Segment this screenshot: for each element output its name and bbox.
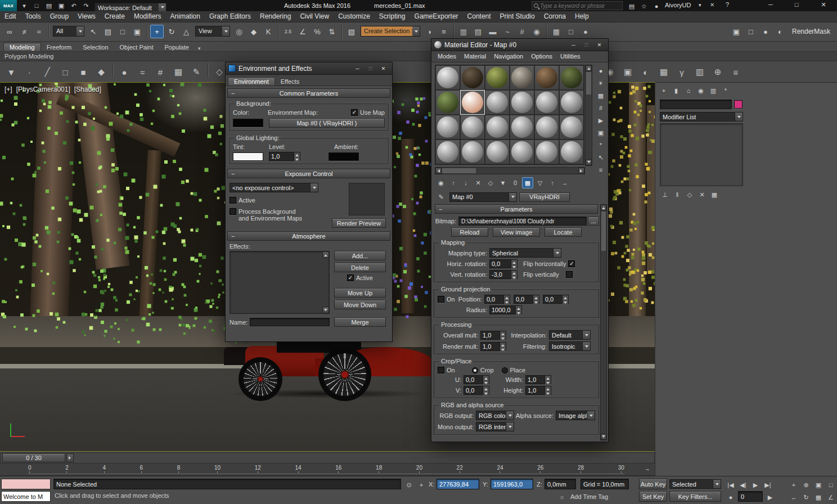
menu-item[interactable]: Rendering [255,11,295,22]
edge-subobject-icon[interactable]: ╱ [39,64,56,80]
modifier-stack[interactable] [660,123,743,186]
spinner-arrows-icon[interactable] [483,375,489,384]
tab-environment[interactable]: Environment [228,77,275,86]
close-button[interactable]: ✕ [377,64,389,73]
close-button[interactable]: ✕ [813,1,834,8]
put-to-scene-icon[interactable]: ↑ [448,177,459,188]
material-sample-slot[interactable] [559,90,584,115]
position-z-spinner[interactable]: 0,0 [543,295,569,304]
material-sample-slot[interactable] [510,90,534,115]
browse-bitmap-button[interactable]: ... [588,217,599,226]
object-color-swatch[interactable] [734,100,742,109]
spinner-arrows-icon[interactable] [545,375,551,384]
scroll-up-icon[interactable] [322,251,329,258]
go-to-parent-icon[interactable]: ↑ [547,177,558,188]
crop-radio[interactable] [472,367,478,374]
rollout-exposure-control[interactable]: Exposure Control [227,169,390,178]
menu-item[interactable]: Content [463,11,496,22]
rendermask-toolbar-icon-3[interactable]: ● [759,25,772,38]
absolute-offset-mode-icon[interactable]: + [416,479,427,490]
render-setup-icon[interactable]: ▦ [550,25,563,38]
z-coordinate-field[interactable]: 0,0mm [544,479,576,489]
scroll-left-icon[interactable] [435,168,442,174]
spinner-arrows-icon[interactable] [511,259,518,268]
time-tag-icon[interactable]: ○ [556,492,568,503]
select-and-manipulate-icon[interactable]: ◆ [247,25,260,38]
search-box[interactable] [532,1,623,10]
application-menu-icon[interactable]: ▾ [19,0,30,11]
max-logo[interactable]: MAX [0,0,17,11]
menu-item[interactable]: Utilities [556,51,584,62]
material-name-dropdown[interactable]: Map #0 [449,192,517,202]
ambient-color-swatch[interactable] [328,152,359,161]
previous-frame-button[interactable]: ◀| [737,479,749,490]
menu-item[interactable]: Navigation [490,51,527,62]
hierarchy-tab-icon[interactable]: ⌂ [683,85,694,96]
material-sample-slot[interactable] [534,90,559,115]
polygon-subobject-icon[interactable]: ■ [75,64,92,80]
environment-map-button[interactable]: Map #0 ( VRayHDRI ) [269,118,385,128]
spinner-arrows-icon[interactable] [500,342,506,351]
rendermask-toolbar-icon-1[interactable]: ▣ [730,25,743,38]
rgb-output-dropdown[interactable]: RGB color [476,411,514,420]
v-spinner[interactable]: 0,0 [464,386,489,395]
auto-key-button[interactable]: Auto Key [639,479,667,489]
spinner-arrows-icon[interactable] [500,331,506,340]
material-sample-slot[interactable] [510,115,534,140]
display-tab-icon[interactable]: ▥ [708,85,719,96]
spinner-arrows-icon[interactable] [294,152,300,161]
material-sample-slot[interactable] [485,65,510,90]
set-key-button[interactable]: Set Key [639,491,667,502]
selection-filter-dropdown[interactable]: All [53,26,84,37]
material-sample-slot[interactable] [510,140,534,164]
add-time-tag[interactable]: Add Time Tag [570,493,608,500]
minimize-button[interactable]: ─ [352,64,363,73]
user-menu-arrow-icon[interactable]: ▾ [699,2,701,8]
menu-item[interactable]: Print Studio [496,11,539,22]
mirror-icon[interactable]: ◑ [422,25,436,38]
material-sample-slot[interactable] [559,115,584,140]
make-unique-icon[interactable]: ◇ [684,189,695,200]
mini-curve-editor-icon[interactable]: ~ [642,464,653,475]
keyboard-shortcut-icon[interactable]: ▤ [626,1,637,12]
modeling-tool-icon-2[interactable]: ≈ [134,64,151,80]
select-object-icon[interactable]: ↖ [87,25,100,38]
mono-output-dropdown[interactable]: RGB intensi [476,422,514,431]
render-tool-icon-9[interactable]: ⊕ [709,64,726,80]
zoom-all-icon[interactable]: ⊕ [800,479,812,490]
play-animation-button[interactable]: ▶ [750,479,761,490]
maximize-button[interactable]: □ [580,40,592,50]
material-editor-icon[interactable]: ◉ [530,25,543,38]
eyedropper-icon[interactable]: ✎ [435,191,447,202]
modeling-tool-icon-3[interactable]: # [152,64,169,80]
named-selection-sets-dropdown[interactable]: Create Selection Se [361,26,420,37]
vert-rotation-spinner[interactable]: -3,0 [489,270,518,279]
slots-vertical-scrollbar[interactable] [585,65,592,166]
fov-icon[interactable]: ∠ [825,492,836,503]
schematic-view-icon[interactable]: # [515,25,529,38]
menu-item[interactable]: Options [527,51,556,62]
render-tool-icon-7[interactable]: γ [673,64,690,80]
flip-vertically-checkbox[interactable] [566,271,573,278]
next-frame-nudge-icon[interactable] [66,453,74,462]
spinner-arrows-icon[interactable] [511,270,518,279]
maxscript-listener-output[interactable] [1,479,51,489]
modifier-list-dropdown[interactable]: Modifier List [660,112,743,122]
material-sample-slot[interactable] [559,65,584,90]
workspace-dropdown[interactable]: Workspace: Default [94,3,166,12]
show-end-result-icon[interactable]: ▽ [534,177,546,188]
material-id-channel-icon[interactable]: 0 [510,177,521,188]
element-subobject-icon[interactable]: ◆ [93,64,110,80]
radius-spinner[interactable]: 1000,0 [489,305,522,314]
u-spinner[interactable]: 0,0 [464,375,489,384]
ground-on-checkbox[interactable] [438,296,444,303]
keyboard-shortcut-override-icon[interactable]: K [262,25,275,38]
maximize-button[interactable]: □ [364,64,376,73]
make-unique-icon[interactable]: ◇ [485,177,496,188]
locate-button[interactable]: Locate [544,227,582,237]
dialog-titlebar[interactable]: Material Editor - Map #0 ─ □ ✕ [431,39,608,51]
select-and-rotate-icon[interactable]: ↻ [165,25,178,38]
rendermask-toolbar-icon-4[interactable]: ◐ [773,25,787,38]
menu-item[interactable]: Views [73,11,100,22]
material-sample-slot[interactable] [534,65,559,90]
